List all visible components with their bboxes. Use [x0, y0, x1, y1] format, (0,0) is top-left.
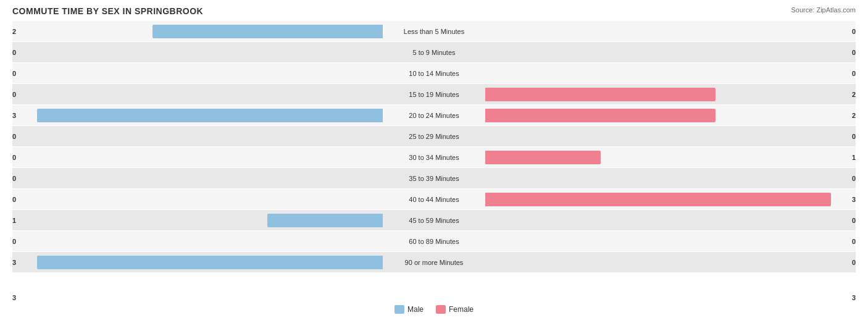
male-bar [152, 25, 383, 38]
female-value: 0 [852, 70, 856, 77]
row-label: 15 to 19 Minutes [383, 91, 485, 98]
female-value: 0 [852, 217, 856, 224]
left-section: 0 [12, 189, 383, 209]
right-section: 0 [485, 252, 856, 272]
axis-right: 3 [852, 294, 856, 301]
left-section: 0 [12, 126, 383, 146]
female-value: 0 [852, 49, 856, 56]
female-value: 0 [852, 28, 856, 35]
row-label: 10 to 14 Minutes [383, 70, 485, 77]
female-value: 0 [852, 259, 856, 266]
left-section: 1 [12, 210, 383, 230]
row-label: 25 to 29 Minutes [383, 133, 485, 140]
legend-female: Female [436, 305, 474, 314]
right-section: 0 [485, 231, 856, 251]
male-value: 3 [12, 112, 16, 119]
chart-row: 0 10 to 14 Minutes 0 [12, 63, 856, 83]
axis-left: 3 [12, 294, 16, 301]
legend: Male Female [12, 305, 856, 314]
axis-labels: 3 3 [12, 294, 856, 301]
female-value: 0 [852, 175, 856, 182]
male-value: 0 [12, 133, 16, 140]
row-label: 35 to 39 Minutes [383, 175, 485, 182]
male-value: 1 [12, 217, 16, 224]
female-value: 2 [852, 91, 856, 98]
chart-row: 0 35 to 39 Minutes 0 [12, 168, 856, 188]
right-section: 0 [485, 168, 856, 188]
left-section: 0 [12, 84, 383, 104]
female-value: 3 [852, 196, 856, 203]
chart-title: COMMUTE TIME BY SEX IN SPRINGBROOK [12, 6, 856, 16]
legend-male: Male [394, 305, 424, 314]
male-bar [37, 256, 383, 269]
row-label: 60 to 89 Minutes [383, 238, 485, 245]
legend-female-label: Female [449, 305, 474, 314]
row-label: 30 to 34 Minutes [383, 154, 485, 161]
left-section: 0 [12, 168, 383, 188]
right-section: 0 [485, 210, 856, 230]
female-bar [485, 193, 831, 206]
chart-row: 3 90 or more Minutes 0 [12, 252, 856, 272]
chart-row: 0 15 to 19 Minutes 2 [12, 84, 856, 104]
right-section: 0 [485, 42, 856, 62]
female-bar [485, 109, 716, 122]
female-value: 1 [852, 154, 856, 161]
chart-area: 2 Less than 5 Minutes 0 0 5 to 9 Minutes… [12, 21, 856, 293]
source-label: Source: ZipAtlas.com [791, 6, 856, 14]
row-label: 5 to 9 Minutes [383, 49, 485, 56]
right-section: 2 [485, 84, 856, 104]
chart-row: 0 60 to 89 Minutes 0 [12, 231, 856, 251]
male-value: 0 [12, 49, 16, 56]
male-value: 3 [12, 259, 16, 266]
male-value: 0 [12, 196, 16, 203]
row-label: 90 or more Minutes [383, 259, 485, 266]
left-section: 0 [12, 63, 383, 83]
chart-row: 1 45 to 59 Minutes 0 [12, 210, 856, 230]
left-section: 2 [12, 21, 383, 41]
chart-row: 3 20 to 24 Minutes 2 [12, 105, 856, 125]
female-bar [485, 88, 716, 101]
chart-row: 0 30 to 34 Minutes 1 [12, 147, 856, 167]
chart-container: COMMUTE TIME BY SEX IN SPRINGBROOK Sourc… [0, 0, 868, 323]
right-section: 0 [485, 63, 856, 83]
left-section: 0 [12, 231, 383, 251]
right-section: 1 [485, 147, 856, 167]
male-value: 0 [12, 238, 16, 245]
male-value: 0 [12, 91, 16, 98]
legend-male-label: Male [407, 305, 424, 314]
right-section: 2 [485, 105, 856, 125]
male-value: 2 [12, 28, 16, 35]
right-section: 0 [485, 21, 856, 41]
left-section: 0 [12, 42, 383, 62]
female-value: 0 [852, 133, 856, 140]
left-section: 0 [12, 147, 383, 167]
chart-row: 0 25 to 29 Minutes 0 [12, 126, 856, 146]
left-section: 3 [12, 252, 383, 272]
chart-row: 0 40 to 44 Minutes 3 [12, 189, 856, 209]
female-value: 2 [852, 112, 856, 119]
male-value: 0 [12, 175, 16, 182]
male-bar [267, 214, 383, 227]
female-value: 0 [852, 238, 856, 245]
left-section: 3 [12, 105, 383, 125]
right-section: 0 [485, 126, 856, 146]
male-value: 0 [12, 70, 16, 77]
male-value: 0 [12, 154, 16, 161]
male-bar [37, 109, 383, 122]
row-label: 45 to 59 Minutes [383, 217, 485, 224]
chart-row: 0 5 to 9 Minutes 0 [12, 42, 856, 62]
right-section: 3 [485, 189, 856, 209]
legend-female-box [436, 305, 446, 314]
row-label: 20 to 24 Minutes [383, 112, 485, 119]
row-label: Less than 5 Minutes [383, 28, 485, 35]
legend-male-box [394, 305, 404, 314]
row-label: 40 to 44 Minutes [383, 196, 485, 203]
female-bar [485, 151, 601, 164]
chart-row: 2 Less than 5 Minutes 0 [12, 21, 856, 41]
